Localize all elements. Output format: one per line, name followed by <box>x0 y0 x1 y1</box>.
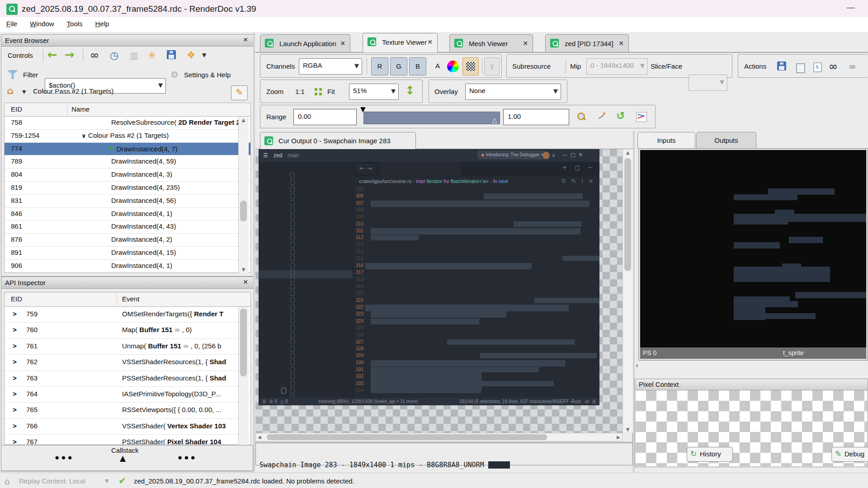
eid-column-header[interactable]: EID <box>11 295 22 303</box>
settings-help-label[interactable]: Settings & Help <box>184 71 231 79</box>
resource-link-icon[interactable]: ∞ <box>183 342 189 350</box>
collapse-triangle-icon[interactable]: ▲ <box>120 454 126 463</box>
event-row[interactable]: 774⚑ DrawInstanced(4, 7) <box>5 143 250 156</box>
texture-horizontal-scrollbar[interactable]: ◀ ▶ <box>255 433 623 441</box>
expand-chevron-icon[interactable]: > <box>13 310 17 318</box>
event-browser-header[interactable]: Event Browser ✕ <box>1 35 254 47</box>
scroll-down-icon[interactable]: ▼ <box>623 427 632 432</box>
expand-chevron-icon[interactable]: > <box>13 326 17 333</box>
scroll-up-icon[interactable]: ▲ <box>239 117 248 122</box>
expand-chevron-icon[interactable]: > <box>13 358 17 366</box>
dock-splitter[interactable] <box>253 33 255 473</box>
chevron-down-icon[interactable]: ▼ <box>22 89 26 95</box>
fit-icon[interactable] <box>315 88 322 95</box>
api-event-row[interactable]: >765RSSetViewports({ { 0.00, 0.00, ... <box>5 403 250 418</box>
replay-context-label[interactable]: Replay Context: Local <box>19 477 85 485</box>
expand-chevron-icon[interactable]: > <box>13 374 17 382</box>
tab-inputs[interactable]: Inputs <box>637 132 695 149</box>
link-icon[interactable]: ∞ <box>849 61 856 72</box>
edit-icon[interactable]: ✎ <box>231 85 248 100</box>
chevron-down-icon[interactable]: ▼ <box>202 52 206 58</box>
scroll-left-icon[interactable]: ◀ <box>258 435 261 440</box>
close-icon[interactable]: ✕ <box>427 38 433 46</box>
extensions-icon[interactable]: ❖ <box>187 49 196 61</box>
channel-green-button[interactable]: G <box>390 57 407 75</box>
chevron-down-icon[interactable]: ▼ <box>553 88 558 94</box>
expand-chevron-icon[interactable]: > <box>13 438 17 445</box>
event-row[interactable]: 861DrawInstanced(4, 43) <box>5 221 250 234</box>
scroll-down-icon[interactable]: ▼ <box>239 267 248 272</box>
home-icon[interactable]: ⌂ <box>7 85 14 96</box>
save-texture-icon[interactable] <box>777 61 786 70</box>
export-icon[interactable] <box>167 50 176 59</box>
expand-chevron-icon[interactable]: > <box>13 422 17 430</box>
goto-location-icon[interactable]: ∞ <box>829 60 838 73</box>
bookmark-icon[interactable]: ✳ <box>148 50 156 61</box>
reset-range-icon[interactable]: ↺ <box>616 110 625 122</box>
chevron-down-icon[interactable]: ▼ <box>391 88 396 94</box>
api-event-row[interactable]: >760Map( Buffer 151 ∞ , 0) <box>5 323 250 338</box>
zoom-range-icon[interactable] <box>577 112 586 121</box>
menu-item-file[interactable]: File <box>0 17 24 30</box>
api-event-row[interactable]: >759OMSetRenderTargets({ Render T <box>5 307 250 323</box>
expander-icon[interactable]: ∨ <box>81 132 88 139</box>
next-action-icon[interactable]: → <box>65 50 75 60</box>
close-icon[interactable]: ✕ <box>523 40 528 47</box>
autofit-wand-icon[interactable] <box>597 112 606 121</box>
event-row[interactable]: 789DrawInstanced(4, 59) <box>5 155 250 169</box>
texture-viewport[interactable]: ☰ zed main ◆ Introducing: The Debugger ×… <box>255 149 623 433</box>
find-event-icon[interactable]: ∞ <box>90 49 99 61</box>
tab-outputs[interactable]: Outputs <box>696 132 756 149</box>
close-icon[interactable]: ✕ <box>241 36 250 45</box>
event-row[interactable]: 846DrawInstanced(4, 1) <box>5 208 250 221</box>
zoom-1-1-button[interactable]: 1:1 <box>295 88 305 95</box>
thumbnail-scroll-left-icon[interactable]: ‹ <box>636 361 638 370</box>
event-row[interactable]: 876DrawInstanced(4, 2) <box>5 234 250 247</box>
close-icon[interactable]: ✕ <box>241 278 250 287</box>
event-row[interactable]: 759-1254∨ Colour Pass #2 (1 Targets) <box>5 130 250 143</box>
dock-splitter[interactable] <box>633 131 635 473</box>
gear-icon[interactable]: ⚙ <box>170 69 179 80</box>
menu-item-window[interactable]: Window <box>24 17 60 30</box>
copy-icon[interactable] <box>796 63 805 73</box>
channels-select[interactable]: RGBA ▼ <box>299 58 362 75</box>
minimize-button[interactable]: — <box>842 3 860 14</box>
resource-thumbnail[interactable]: PS 0 t_sprite <box>640 150 866 359</box>
pixel-context-header[interactable]: Pixel Context <box>635 379 868 390</box>
timeline-icon[interactable]: ◷ <box>110 50 118 61</box>
scrollbar-thumb[interactable] <box>240 309 247 376</box>
range-slider[interactable] <box>363 112 500 124</box>
expand-chevron-icon[interactable]: > <box>13 406 17 413</box>
api-inspector-header[interactable]: API Inspector ✕ <box>1 277 254 289</box>
event-row[interactable]: 804DrawInstanced(4, 3) <box>5 169 250 182</box>
channel-alpha-button[interactable]: A <box>429 57 446 75</box>
alpha-checkerboard-button[interactable] <box>462 57 479 75</box>
scroll-right-icon[interactable]: ▶ <box>617 435 620 440</box>
expand-chevron-icon[interactable]: > <box>13 342 17 350</box>
zoom-select[interactable]: 51% ▼ <box>349 84 399 100</box>
previous-action-icon[interactable]: ← <box>47 50 57 60</box>
channel-red-button[interactable]: R <box>371 57 388 75</box>
texture-vertical-scrollbar[interactable]: ▲ ▼ <box>623 149 633 433</box>
tab-texture-viewer[interactable]: Texture Viewer✕ <box>363 33 438 52</box>
api-event-row[interactable]: >764IASetPrimitiveTopology(D3D_P... <box>5 387 250 403</box>
white-point-marker[interactable]: △ <box>492 116 497 124</box>
black-point-marker[interactable]: ▼ <box>360 105 366 113</box>
range-max-input[interactable]: 1.00 <box>503 109 569 125</box>
close-icon[interactable]: ✕ <box>340 40 345 47</box>
api-event-row[interactable]: >767PSSetShader( Pixel Shader 104 <box>5 435 250 445</box>
event-row[interactable]: 819DrawInstanced(4, 235) <box>5 182 250 195</box>
open-texture-list-icon[interactable] <box>813 62 822 72</box>
event-column-header[interactable]: Event <box>122 295 139 303</box>
api-inspector-scrollbar[interactable] <box>238 307 249 445</box>
scrollbar-thumb[interactable] <box>240 201 247 221</box>
chevron-down-icon[interactable]: ▼ <box>354 62 359 69</box>
range-min-input[interactable]: 0.00 <box>293 109 357 125</box>
menu-item-tools[interactable]: Tools <box>61 17 89 30</box>
api-event-row[interactable]: >766VSSetShader( Vertex Shader 103 <box>5 419 250 435</box>
scrollbar-thumb[interactable] <box>267 434 547 440</box>
tab-mesh-viewer[interactable]: Mesh Viewer✕ <box>449 34 533 52</box>
flip-y-icon[interactable]: ↕ <box>405 84 415 97</box>
resource-link-icon[interactable]: ∞ <box>175 326 180 334</box>
tab-zed-pid-17344-[interactable]: zed [PID 17344]✕ <box>545 34 629 52</box>
